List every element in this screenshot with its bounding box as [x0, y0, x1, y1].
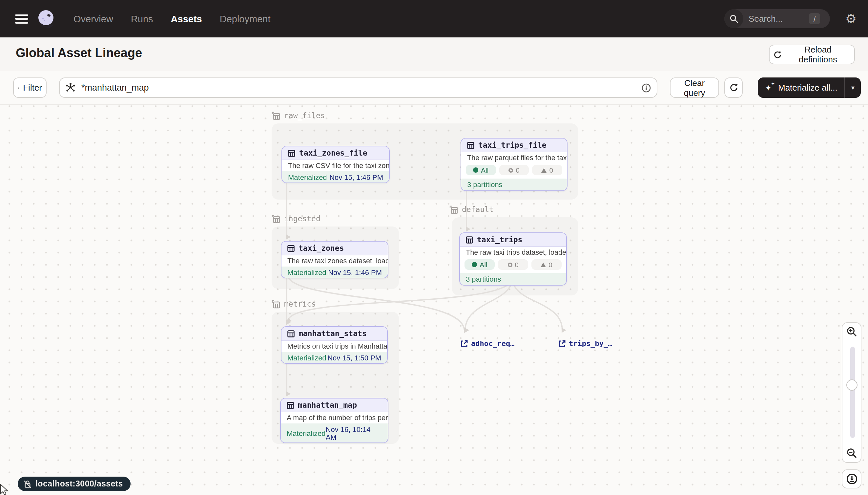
materialized-status: Materialized [288, 173, 327, 181]
asset-node-taxi-trips[interactable]: taxi_trips The raw taxi trips dataset, l… [459, 233, 567, 286]
browser-url-overlay: localhost:3000/assets [18, 477, 131, 491]
lock-slash-icon [24, 480, 32, 488]
external-link-icon [461, 340, 468, 347]
external-asset-trips-by[interactable]: trips_by_… [558, 339, 612, 348]
refresh-icon [729, 83, 738, 92]
asset-node-taxi-trips-file[interactable]: taxi_trips_file The raw parquet files fo… [461, 138, 568, 191]
zoom-out-icon [846, 448, 857, 458]
clear-query-button[interactable]: Clear query [670, 78, 719, 98]
partition-count: 3 partitions [460, 273, 566, 285]
page-header: Global Asset Lineage Reload definitions [0, 37, 868, 71]
asset-node-footer: Materialized Nov 15, 1:46 PM [281, 267, 388, 278]
reload-definitions-button[interactable]: Reload definitions [769, 45, 855, 64]
nav-links: Overview Runs Assets Deployment [73, 14, 270, 24]
refresh-icon [774, 50, 782, 59]
materialized-dot-icon [473, 167, 478, 173]
sparkle-icon: ✦✦ [765, 83, 774, 92]
refresh-graph-button[interactable] [724, 78, 743, 98]
asset-node-manhattan-stats[interactable]: manhattan_stats Metrics on taxi trips in… [281, 326, 388, 364]
materialized-time: Nov 15, 1:46 PM [329, 173, 383, 181]
asset-node-header: taxi_trips_file [461, 138, 567, 152]
zoom-slider[interactable] [842, 340, 862, 444]
external-asset-adhoc-request[interactable]: adhoc_req… [461, 339, 514, 348]
asset-node-footer: Materialized Nov 16, 10:14 AM [281, 424, 388, 443]
external-link-icon [558, 340, 566, 347]
warning-triangle-icon [541, 262, 546, 267]
asset-node-header: manhattan_map [281, 398, 388, 412]
materialized-dot-icon [472, 262, 477, 267]
zoom-in-icon [846, 326, 857, 337]
asset-node-description: The raw taxi zones dataset, loaded int..… [281, 255, 388, 267]
materialize-all-button[interactable]: ✦✦ Materialize all... ▾ [758, 78, 861, 98]
asset-query-field[interactable] [59, 78, 657, 98]
filter-funnel-icon [18, 84, 19, 91]
partitions-missing-badge[interactable]: 0 [498, 259, 528, 270]
asset-node-description: The raw taxi trips dataset, loaded into … [460, 247, 566, 258]
partitions-all-badge[interactable]: All [464, 259, 495, 270]
mouse-cursor [0, 484, 9, 495]
asset-node-manhattan-map[interactable]: manhattan_map A map of the number of tri… [280, 398, 388, 443]
materialized-time: Nov 15, 1:50 PM [327, 354, 381, 361]
asset-node-taxi-zones[interactable]: taxi_zones The raw taxi zones dataset, l… [281, 241, 388, 278]
graph-query-icon [66, 83, 75, 92]
search-icon [724, 9, 743, 28]
partition-health-badges: All 0 0 [461, 164, 567, 178]
search-shortcut-key: / [809, 13, 820, 24]
nav-item-runs[interactable]: Runs [131, 14, 153, 24]
partition-count: 3 partitions [461, 178, 567, 190]
asset-node-description: Metrics on taxi trips in Manhattan [281, 341, 387, 352]
asset-node-header: taxi_trips [460, 233, 566, 247]
materialized-status: Materialized [287, 354, 326, 361]
asset-node-footer: Materialized Nov 15, 1:50 PM [281, 352, 387, 363]
app-window: Overview Runs Assets Deployment / ⚙ Glob… [0, 0, 868, 495]
download-graph-button[interactable] [842, 470, 862, 489]
asset-query-input[interactable] [80, 82, 642, 93]
table-icon [288, 149, 295, 157]
page-title: Global Asset Lineage [16, 46, 142, 61]
materialized-time: Nov 16, 10:14 AM [326, 425, 382, 441]
zoom-slider-track[interactable] [850, 347, 854, 438]
table-icon [287, 402, 294, 409]
lineage-toolbar: Filter Clear query ✦✦ Materialize all... [0, 71, 868, 105]
asset-node-header: taxi_zones_file [282, 147, 389, 160]
nav-item-overview[interactable]: Overview [73, 14, 113, 24]
info-icon[interactable] [642, 83, 651, 92]
asset-node-header: taxi_zones [281, 242, 388, 255]
top-nav: Overview Runs Assets Deployment / ⚙ [0, 0, 868, 37]
materialized-time: Nov 15, 1:46 PM [328, 268, 382, 276]
partitions-missing-badge[interactable]: 0 [499, 165, 529, 175]
partitions-failed-badge[interactable]: 0 [531, 259, 562, 270]
lineage-canvas[interactable]: raw_files ingested default metrics [0, 104, 868, 495]
table-icon [467, 141, 474, 149]
zoom-out-button[interactable] [842, 444, 862, 463]
search-input[interactable] [747, 13, 808, 24]
filter-button[interactable]: Filter [13, 78, 47, 98]
missing-ring-icon [508, 262, 512, 267]
partitions-failed-badge[interactable]: 0 [532, 165, 562, 175]
nav-item-deployment[interactable]: Deployment [220, 14, 271, 24]
menu-icon[interactable] [15, 14, 28, 23]
partition-health-badges: All 0 0 [460, 258, 566, 273]
materialized-status: Materialized [287, 429, 326, 437]
asset-node-header: manhattan_stats [281, 327, 387, 341]
asset-node-footer: Materialized Nov 15, 1:46 PM [282, 171, 389, 183]
missing-ring-icon [509, 168, 513, 172]
table-icon [466, 236, 473, 243]
dagster-logo-icon[interactable] [37, 9, 56, 29]
search-box[interactable]: / [724, 9, 830, 28]
asset-node-taxi-zones-file[interactable]: taxi_zones_file The raw CSV file for the… [281, 146, 390, 183]
zoom-in-button[interactable] [842, 322, 862, 341]
materialized-status: Materialized [287, 268, 326, 276]
asset-node-description: A map of the number of trips per taxi z.… [281, 412, 388, 424]
materialize-dropdown-caret[interactable]: ▾ [845, 84, 861, 91]
asset-node-description: The raw CSV file for the taxi zones dat.… [282, 160, 389, 171]
asset-node-description: The raw parquet files for the taxi trips… [461, 152, 567, 164]
partitions-all-badge[interactable]: All [466, 165, 496, 175]
download-icon [846, 473, 857, 484]
warning-triangle-icon [542, 168, 547, 172]
zoom-slider-handle[interactable] [846, 379, 857, 391]
table-icon [287, 330, 295, 337]
nav-item-assets[interactable]: Assets [171, 14, 202, 24]
status-url: localhost:3000/assets [35, 479, 123, 489]
settings-gear-icon[interactable]: ⚙ [844, 9, 858, 28]
